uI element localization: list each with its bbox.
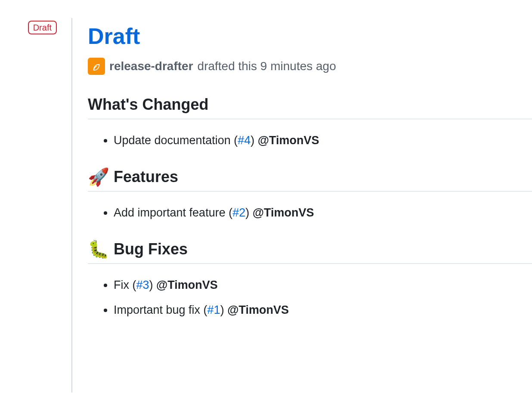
section-items: Fix (#3) @TimonVSImportant bug fix (#1) … bbox=[88, 276, 532, 319]
section-emoji-icon: 🐛 bbox=[88, 241, 109, 258]
item-text-after: ) bbox=[149, 278, 157, 291]
item-text: Fix ( bbox=[114, 278, 136, 291]
section-emoji-icon: 🚀 bbox=[88, 168, 109, 186]
section-heading: 🚀Features bbox=[88, 168, 532, 192]
release-title[interactable]: Draft bbox=[88, 23, 532, 49]
user-mention[interactable]: @TimonVS bbox=[156, 278, 218, 291]
release-main: Draft release-drafter drafted this 9 min… bbox=[72, 18, 532, 393]
section-heading: What's Changed bbox=[88, 96, 532, 119]
list-item: Important bug fix (#1) @TimonVS bbox=[114, 301, 532, 319]
list-item: Add important feature (#2) @TimonVS bbox=[114, 204, 532, 222]
pr-link[interactable]: #4 bbox=[238, 134, 251, 147]
section-heading-text: Bug Fixes bbox=[114, 240, 188, 258]
item-text: Update documentation ( bbox=[114, 134, 238, 147]
item-text: Add important feature ( bbox=[114, 206, 232, 219]
pr-link[interactable]: #1 bbox=[207, 303, 220, 316]
leaf-icon bbox=[91, 61, 102, 72]
release-meta: release-drafter drafted this 9 minutes a… bbox=[88, 58, 532, 75]
section-heading: 🐛Bug Fixes bbox=[88, 240, 532, 264]
section-heading-text: What's Changed bbox=[88, 96, 209, 114]
draft-badge: Draft bbox=[28, 21, 57, 34]
item-text-after: ) bbox=[245, 206, 253, 219]
section-items: Add important feature (#2) @TimonVS bbox=[88, 204, 532, 222]
list-item: Update documentation (#4) @TimonVS bbox=[114, 131, 532, 150]
pr-link[interactable]: #3 bbox=[136, 278, 149, 291]
item-text-after: ) bbox=[251, 134, 258, 147]
user-mention[interactable]: @TimonVS bbox=[253, 206, 314, 219]
user-mention[interactable]: @TimonVS bbox=[258, 134, 319, 147]
section-items: Update documentation (#4) @TimonVS bbox=[88, 131, 532, 150]
section-heading-text: Features bbox=[114, 168, 178, 186]
user-mention[interactable]: @TimonVS bbox=[227, 303, 289, 316]
author-name[interactable]: release-drafter bbox=[109, 59, 193, 73]
item-text-after: ) bbox=[220, 303, 228, 316]
pr-link[interactable]: #2 bbox=[232, 206, 245, 219]
release-sidebar: Draft bbox=[0, 18, 72, 393]
item-text: Important bug fix ( bbox=[114, 303, 207, 316]
drafted-time: drafted this 9 minutes ago bbox=[198, 59, 336, 73]
author-avatar[interactable] bbox=[88, 58, 105, 75]
list-item: Fix (#3) @TimonVS bbox=[114, 276, 532, 294]
